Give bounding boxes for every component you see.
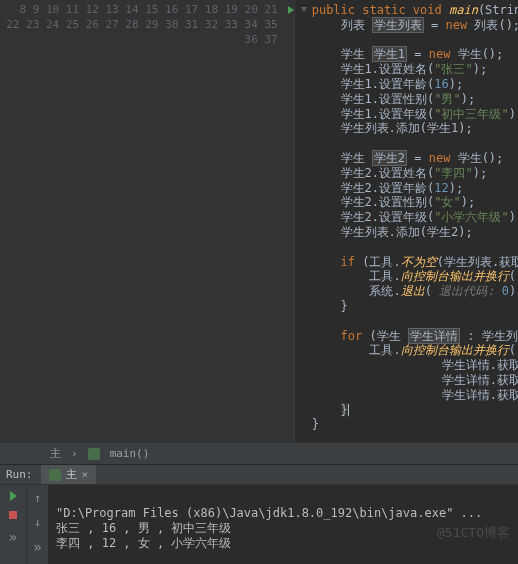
console-tools: »	[0, 485, 26, 564]
class-icon	[49, 469, 61, 481]
run-tab-label: 主	[66, 467, 77, 482]
breadcrumb-item[interactable]: main()	[110, 447, 150, 460]
watermark: @51CTO博客	[437, 524, 510, 542]
line-gutter: 8 9 10 11 12 13 14 15 16 17 18 19 20 21 …	[0, 0, 284, 442]
console-tools-2: ↑ ↓ »	[26, 485, 48, 564]
gutter-icons	[284, 0, 294, 442]
more-icon[interactable]: »	[33, 539, 41, 555]
chevron-right-icon: ›	[71, 447, 78, 460]
method-icon	[88, 448, 100, 460]
console-line: 李四 , 12 , 女 , 小学六年级	[56, 536, 231, 550]
editor: 8 9 10 11 12 13 14 15 16 17 18 19 20 21 …	[0, 0, 518, 442]
run-toolbar: Run: 主 ×	[0, 464, 518, 484]
fold-column	[294, 0, 304, 442]
breadcrumb-item[interactable]: 主	[50, 446, 61, 461]
up-icon[interactable]: ↑	[34, 491, 41, 505]
rerun-icon[interactable]	[10, 491, 17, 501]
breadcrumb: 主 › main()	[0, 442, 518, 464]
console-line: "D:\Program Files (x86)\Java\jdk1.8.0_19…	[56, 506, 482, 520]
console-output[interactable]: "D:\Program Files (x86)\Java\jdk1.8.0_19…	[48, 485, 490, 564]
run-label: Run:	[6, 468, 33, 481]
stop-icon[interactable]	[9, 511, 17, 519]
console-line: 张三 , 16 , 男 , 初中三年级	[56, 521, 231, 535]
close-icon[interactable]: ×	[82, 468, 89, 481]
run-tab[interactable]: 主 ×	[41, 465, 97, 484]
down-icon[interactable]: ↓	[34, 515, 41, 529]
code-area[interactable]: public static void main(String[] 参数) { 列…	[304, 0, 518, 442]
more-icon[interactable]: »	[9, 529, 17, 545]
